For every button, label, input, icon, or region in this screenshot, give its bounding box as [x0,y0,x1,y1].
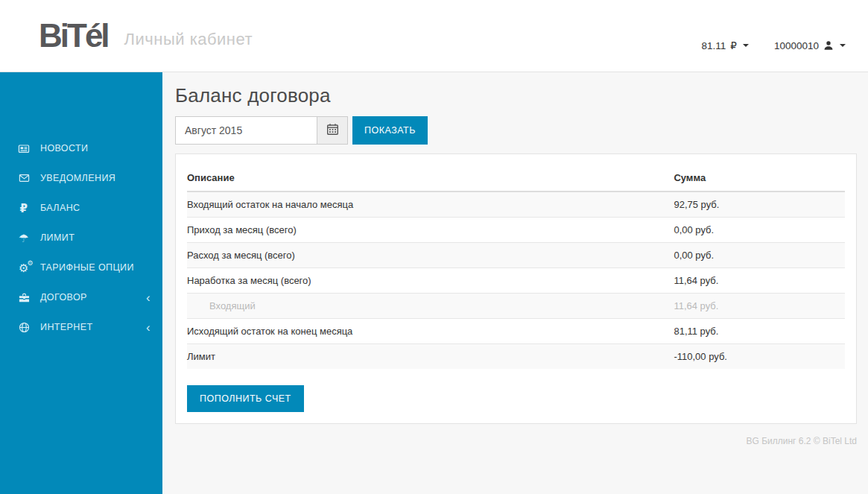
sidebar-item-notifications[interactable]: УВЕДОМЛЕНИЯ [0,163,162,193]
sidebar-item-label: ИНТЕРНЕТ [40,322,146,332]
row-amount: 11,64 руб. [674,268,845,294]
table-row: Исходящий остаток на конец месяца81,11 р… [187,319,845,344]
user-icon [823,40,834,51]
column-header-amount: Сумма [674,165,845,191]
row-amount: 0,00 руб. [674,243,845,268]
row-description: Приход за месяц (всего) [187,218,674,243]
footer-copyright: BG Биллинг 6.2 © BiTel Ltd [175,436,857,446]
header: BiTél Личный кабинет 81.11 ₽ 10000010 [0,0,868,72]
caret-down-icon [840,44,846,47]
table-row: Входящий остаток на начало месяца92,75 р… [187,191,845,218]
main-content: Баланс договора [162,72,868,494]
balance-panel: Описание Сумма Входящий остаток на начал… [175,153,857,424]
sidebar: НОВОСТИУВЕДОМЛЕНИЯ₽БАЛАНС☂ЛИМИТ⚙⚙ТАРИФНЫ… [0,72,162,494]
globe-icon [16,322,31,333]
period-input[interactable] [175,116,317,145]
sidebar-item-label: ДОГОВОР [40,292,146,303]
table-row: Приход за месяц (всего)0,00 руб. [187,218,845,243]
sidebar-item-label: БАЛАНС [40,203,152,213]
sidebar-item-label: НОВОСТИ [40,143,152,153]
chevron-left-icon: ‹ [146,291,152,304]
app-title: Личный кабинет [124,30,253,52]
sidebar-item-limit[interactable]: ☂ЛИМИТ [0,223,162,253]
sidebar-item-internet[interactable]: ИНТЕРНЕТ‹ [0,312,162,342]
sidebar-item-balance[interactable]: ₽БАЛАНС [0,193,162,223]
ruble-icon: ₽ [730,39,737,51]
show-button[interactable]: ПОКАЗАТЬ [352,116,428,145]
calendar-button[interactable] [317,116,348,145]
column-header-description: Описание [187,165,674,191]
briefcase-icon [16,292,31,303]
newspaper-icon [16,143,31,154]
row-description: Входящий [187,294,674,319]
ruble-icon: ₽ [16,203,31,214]
brand: BiTél Личный кабинет [39,19,253,52]
row-description: Входящий остаток на начало месяца [187,191,674,218]
header-right: 81.11 ₽ 10000010 [702,39,846,51]
table-row: Наработка за месяц (всего)11,64 руб. [187,268,845,294]
topup-button[interactable]: ПОПОЛНИТЬ СЧЕТ [187,385,304,412]
table-header-row: Описание Сумма [187,165,845,191]
table-row: Входящий11,64 руб. [187,294,845,319]
chevron-left-icon: ‹ [146,321,152,334]
app-window: BiTél Личный кабинет 81.11 ₽ 10000010 НО… [0,0,868,494]
balance-dropdown[interactable]: 81.11 ₽ [702,39,749,51]
account-id: 10000010 [774,40,819,51]
sidebar-item-tariff-options[interactable]: ⚙⚙ТАРИФНЫЕ ОПЦИИ [0,253,162,282]
balance-table: Описание Сумма Входящий остаток на начал… [187,165,845,369]
envelope-icon [16,173,31,183]
row-amount: 81,11 руб. [674,319,845,344]
table-row: Расход за месяц (всего)0,00 руб. [187,243,845,268]
table-row: Лимит-110,00 руб. [187,344,845,370]
sidebar-item-contract[interactable]: ДОГОВОР‹ [0,282,162,312]
content-frame: НОВОСТИУВЕДОМЛЕНИЯ₽БАЛАНС☂ЛИМИТ⚙⚙ТАРИФНЫ… [0,72,868,494]
row-description: Лимит [187,344,674,370]
period-input-group [175,116,348,145]
sidebar-item-label: ТАРИФНЫЕ ОПЦИИ [40,262,152,273]
caret-down-icon [743,44,749,47]
sidebar-item-label: ЛИМИТ [40,232,152,243]
sidebar-item-label: УВЕДОМЛЕНИЯ [40,173,152,183]
calendar-icon [326,123,339,138]
row-amount: 92,75 руб. [674,191,845,218]
table-body: Входящий остаток на начало месяца92,75 р… [187,191,845,369]
row-amount: 0,00 руб. [674,218,845,243]
row-description: Исходящий остаток на конец месяца [187,319,674,344]
logo[interactable]: BiTél [39,19,108,52]
row-description: Наработка за месяц (всего) [187,268,674,294]
account-dropdown[interactable]: 10000010 [774,40,846,51]
umbrella-icon: ☂ [16,232,31,244]
balance-value: 81.11 [702,40,726,51]
page-title: Баланс договора [175,84,857,107]
row-description: Расход за месяц (всего) [187,243,674,268]
period-form: ПОКАЗАТЬ [175,116,857,145]
sidebar-item-news[interactable]: НОВОСТИ [0,133,162,163]
row-amount: 11,64 руб. [674,294,845,319]
gears-icon: ⚙⚙ [16,262,31,273]
sidebar-nav: НОВОСТИУВЕДОМЛЕНИЯ₽БАЛАНС☂ЛИМИТ⚙⚙ТАРИФНЫ… [0,133,162,342]
row-amount: -110,00 руб. [674,344,845,370]
